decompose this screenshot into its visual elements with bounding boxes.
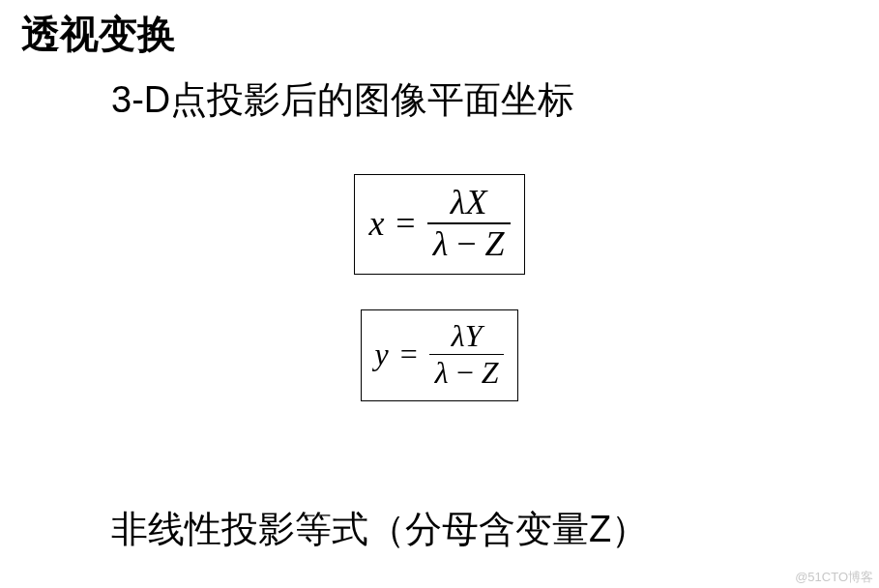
formula-x-lhs: x <box>368 203 384 244</box>
var-x-upper: X <box>465 183 486 221</box>
formula-x-box: x = λX λ − Z <box>354 174 524 275</box>
equals-sign: = <box>400 337 418 372</box>
formula-y-container: y = λY λ − Z <box>0 309 879 401</box>
watermark: @51CTO博客 <box>795 569 873 586</box>
formula-y-denominator: λ − Z <box>429 355 505 391</box>
bottom-description: 非线性投影等式（分母含变量Z） <box>111 505 648 554</box>
lambda-symbol: λ <box>451 183 466 221</box>
var-z-upper: Z <box>482 355 499 390</box>
formula-y-lhs: y <box>375 337 389 372</box>
minus-sign: − <box>456 224 476 263</box>
formula-x-numerator: λX <box>445 183 493 222</box>
formula-y-box: y = λY λ − Z <box>361 309 519 401</box>
formula-x-fraction: λX λ − Z <box>427 183 511 264</box>
lambda-symbol: λ <box>452 318 465 353</box>
equals-sign: = <box>396 203 415 244</box>
var-y-upper: Y <box>465 318 483 353</box>
formula-y-numerator: λY <box>446 318 488 354</box>
lambda-symbol: λ <box>435 355 449 390</box>
subtitle: 3-D点投影后的图像平面坐标 <box>111 75 574 125</box>
page-title: 透视变换 <box>21 8 176 61</box>
formula-y-fraction: λY λ − Z <box>429 318 505 391</box>
lambda-symbol: λ <box>433 224 449 263</box>
minus-sign: − <box>456 355 474 390</box>
formula-x-container: x = λX λ − Z <box>0 174 879 275</box>
var-z-upper: Z <box>485 224 505 263</box>
formula-x-denominator: λ − Z <box>427 224 511 264</box>
